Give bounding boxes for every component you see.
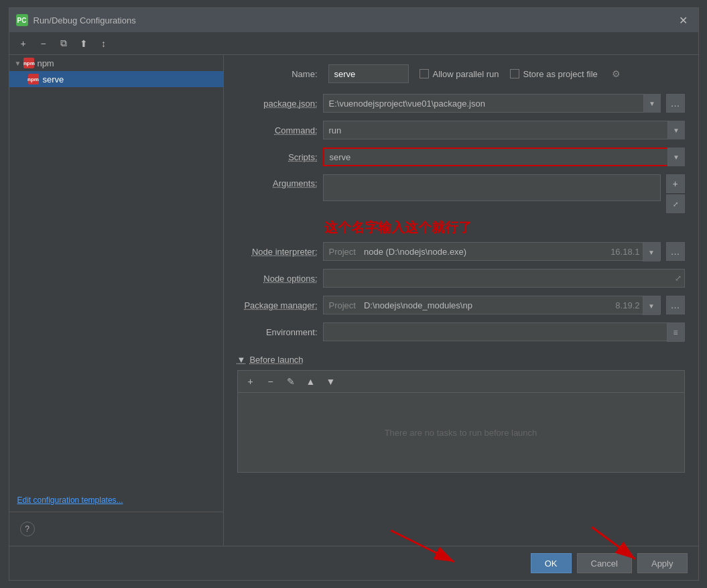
scripts-label: Scripts: — [237, 152, 318, 162]
help-button[interactable]: ? — [20, 522, 35, 536]
dialog-title: Run/Debug Configurations — [34, 15, 669, 25]
gear-button[interactable]: ⚙ — [608, 66, 625, 82]
package-json-select-container: E:\vuenodejsproject\vue01\package.json ▼ — [323, 94, 661, 113]
add-argument-button[interactable]: + — [666, 174, 685, 193]
chevron-down-before-launch-icon: ▼ — [237, 355, 246, 365]
interpreter-field[interactable]: Project node (D:\nodejs\node.exe) 16.18.… — [323, 242, 661, 261]
package-manager-row: Package manager: Project D:\nodejs\node_… — [237, 296, 685, 314]
remove-task-button[interactable]: − — [262, 373, 279, 390]
before-launch-area: There are no tasks to run before launch — [237, 392, 685, 473]
environment-row: Environment: ≡ — [237, 322, 685, 341]
minus-icon: − — [40, 38, 46, 49]
package-json-field[interactable]: E:\vuenodejsproject\vue01\package.json — [323, 94, 661, 113]
node-options-field[interactable]: ⤢ — [323, 269, 685, 288]
move-task-up-button[interactable]: ▲ — [302, 373, 320, 390]
command-field[interactable]: run — [323, 121, 685, 139]
package-json-row: package.json: E:\vuenodejsproject\vue01\… — [237, 94, 685, 113]
before-launch-toolbar: + − ✎ ▲ ▼ — [237, 370, 685, 392]
before-launch-section: ▼ Before launch + − ✎ ▲ ▼ There are no t… — [237, 355, 685, 473]
arguments-input[interactable] — [323, 174, 661, 201]
node-options-row: Node options: ⤢ — [237, 269, 685, 288]
package-manager-version: 8.19.2 — [615, 300, 639, 310]
sort-icon: ↕ — [101, 38, 106, 49]
move-task-down-button[interactable]: ▼ — [322, 373, 340, 390]
interpreter-project-label: Project — [329, 247, 356, 257]
plus-icon: + — [20, 38, 25, 49]
node-options-label: Node options: — [237, 274, 318, 284]
environment-edit-button[interactable]: ≡ — [667, 323, 684, 342]
bottom-right: OK Cancel Apply — [531, 553, 688, 573]
allow-parallel-row: Allow parallel run — [420, 69, 499, 79]
name-label: Name: — [237, 69, 318, 79]
package-manager-project-label: Project — [329, 300, 356, 310]
package-manager-arrow: ▼ — [643, 296, 660, 315]
move-icon: ⬆ — [80, 38, 88, 49]
environment-field[interactable]: ≡ — [323, 322, 685, 341]
cancel-button[interactable]: Cancel — [577, 553, 632, 573]
title-bar: PC Run/Debug Configurations ✕ — [9, 8, 698, 32]
remove-config-button[interactable]: − — [35, 36, 52, 52]
sidebar-item-serve[interactable]: npm serve — [9, 71, 223, 87]
scripts-row: Scripts: serve ▼ — [237, 148, 685, 166]
interpreter-browse-button[interactable]: … — [666, 242, 685, 261]
environment-label: Environment: — [237, 327, 318, 337]
command-select-container: run ▼ — [323, 121, 685, 139]
config-panel: Name: Allow parallel run Store as projec… — [224, 55, 698, 546]
interpreter-version: 16.18.1 — [610, 247, 639, 257]
add-task-button[interactable]: + — [242, 373, 259, 390]
sidebar-bottom: ? — [9, 512, 223, 546]
edit-task-button[interactable]: ✎ — [282, 373, 300, 390]
expand-arguments-button[interactable]: ⤢ — [666, 194, 685, 213]
node-interpreter-row: Node interpreter: Project node (D:\nodej… — [237, 242, 685, 261]
edit-templates-link[interactable]: Edit configuration templates... — [9, 489, 223, 512]
interpreter-arrow: ▼ — [643, 243, 660, 261]
bottom-bar: OK Cancel Apply — [9, 546, 698, 580]
allow-parallel-label: Allow parallel run — [433, 69, 499, 79]
ok-button[interactable]: OK — [531, 553, 572, 573]
add-config-button[interactable]: + — [15, 36, 32, 52]
scripts-value: serve — [330, 152, 351, 162]
interpreter-field-container: Project node (D:\nodejs\node.exe) 16.18.… — [323, 242, 661, 261]
app-icon: PC — [16, 14, 28, 26]
args-buttons: + ⤢ — [666, 174, 685, 213]
chevron-down-icon: ▼ — [15, 60, 21, 67]
expand-node-options-button[interactable]: ⤢ — [675, 274, 682, 283]
sidebar-group-npm[interactable]: ▼ npm npm — [9, 55, 223, 71]
sort-config-button[interactable]: ↕ — [95, 36, 113, 52]
annotation-text: 这个名字输入这个就行了 — [324, 219, 685, 237]
store-project-row: Store as project file — [510, 69, 598, 79]
package-json-browse-button[interactable]: … — [666, 94, 685, 113]
name-input[interactable] — [328, 64, 409, 83]
npm-item-icon: npm — [28, 74, 39, 84]
scripts-select-container: serve ▼ — [323, 148, 685, 166]
store-project-checkbox[interactable] — [510, 69, 519, 78]
package-manager-path: D:\nodejs\node_modules\np — [364, 300, 472, 310]
sidebar-item-label: serve — [43, 74, 64, 84]
node-interpreter-label: Node interpreter: — [237, 247, 318, 257]
config-toolbar: + − ⧉ ⬆ ↕ — [9, 32, 698, 55]
command-row: Command: run ▼ — [237, 121, 685, 139]
sidebar: ▼ npm npm npm serve Edit configuration t… — [9, 55, 224, 546]
package-manager-browse-button[interactable]: … — [666, 296, 685, 314]
before-launch-label: Before launch — [249, 355, 303, 365]
name-row: Name: Allow parallel run Store as projec… — [237, 64, 685, 83]
sidebar-group-label: npm — [37, 58, 54, 68]
apply-button[interactable]: Apply — [637, 553, 688, 573]
package-json-label: package.json: — [237, 99, 318, 109]
copy-icon: ⧉ — [60, 38, 67, 49]
close-button[interactable]: ✕ — [675, 13, 692, 28]
package-manager-select-container: Project D:\nodejs\node_modules\np 8.19.2… — [323, 296, 661, 314]
package-manager-label: Package manager: — [237, 300, 318, 310]
scripts-field[interactable]: serve — [323, 148, 685, 166]
npm-icon: npm — [23, 58, 34, 68]
no-tasks-label: There are no tasks to run before launch — [385, 428, 537, 438]
package-json-value: E:\vuenodejsproject\vue01\package.json — [329, 99, 485, 109]
command-label: Command: — [237, 125, 318, 135]
before-launch-header: ▼ Before launch — [237, 355, 685, 365]
allow-parallel-checkbox[interactable] — [420, 69, 429, 78]
interpreter-path: node (D:\nodejs\node.exe) — [364, 247, 466, 257]
arguments-label: Arguments: — [237, 174, 318, 188]
move-config-button[interactable]: ⬆ — [75, 36, 92, 52]
copy-config-button[interactable]: ⧉ — [55, 36, 72, 52]
package-manager-field[interactable]: Project D:\nodejs\node_modules\np 8.19.2… — [323, 296, 661, 314]
